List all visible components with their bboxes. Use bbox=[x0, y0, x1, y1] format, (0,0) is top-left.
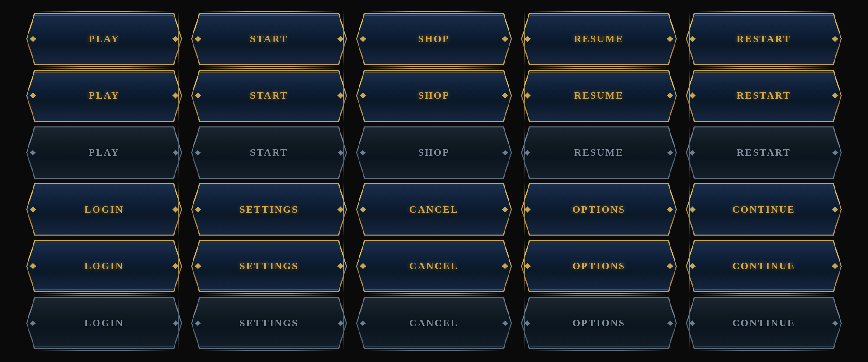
btn-continue-r6[interactable]: CONTINUE bbox=[687, 298, 841, 348]
btn-shop-r2[interactable]: SHOP bbox=[357, 71, 511, 121]
btn-play-r2[interactable]: PLAY bbox=[27, 71, 181, 121]
btn-cancel-r5[interactable]: CANCEL bbox=[357, 241, 511, 292]
btn-play-r3[interactable]: PLAY bbox=[27, 127, 181, 178]
btn-start-r2[interactable]: START bbox=[192, 71, 346, 121]
btn-resume-r1[interactable]: RESUME bbox=[522, 14, 676, 64]
btn-settings-r5[interactable]: SETTINGS bbox=[192, 241, 346, 292]
btn-continue-r5[interactable]: CONTINUE bbox=[687, 241, 841, 292]
btn-restart-r2[interactable]: RESTART bbox=[687, 71, 841, 121]
button-grid: PLAY START SHOP RESUME bbox=[0, 0, 868, 362]
btn-options-r4[interactable]: OPTIONS bbox=[522, 184, 676, 235]
btn-resume-r3[interactable]: RESUME bbox=[522, 127, 676, 178]
btn-login-r4[interactable]: LOGIN bbox=[27, 184, 181, 235]
btn-continue-r4[interactable]: CONTINUE bbox=[687, 184, 841, 235]
btn-shop-r1[interactable]: SHOP bbox=[357, 14, 511, 64]
btn-login-r5[interactable]: LOGIN bbox=[27, 241, 181, 292]
btn-options-r5[interactable]: OPTIONS bbox=[522, 241, 676, 292]
btn-restart-r3[interactable]: RESTART bbox=[687, 127, 841, 178]
btn-start-r1[interactable]: START bbox=[192, 14, 346, 64]
btn-cancel-r6[interactable]: CANCEL bbox=[357, 298, 511, 348]
btn-shop-r3[interactable]: SHOP bbox=[357, 127, 511, 178]
btn-settings-r6[interactable]: SETTINGS bbox=[192, 298, 346, 348]
btn-options-r6[interactable]: OPTIONS bbox=[522, 298, 676, 348]
btn-start-r3[interactable]: START bbox=[192, 127, 346, 178]
btn-resume-r2[interactable]: RESUME bbox=[522, 71, 676, 121]
btn-cancel-r4[interactable]: CANCEL bbox=[357, 184, 511, 235]
btn-restart-r1[interactable]: RESTART bbox=[687, 14, 841, 64]
btn-login-r6[interactable]: LOGIN bbox=[27, 298, 181, 348]
btn-play-r1[interactable]: PLAY bbox=[27, 14, 181, 64]
btn-settings-r4[interactable]: SETTINGS bbox=[192, 184, 346, 235]
